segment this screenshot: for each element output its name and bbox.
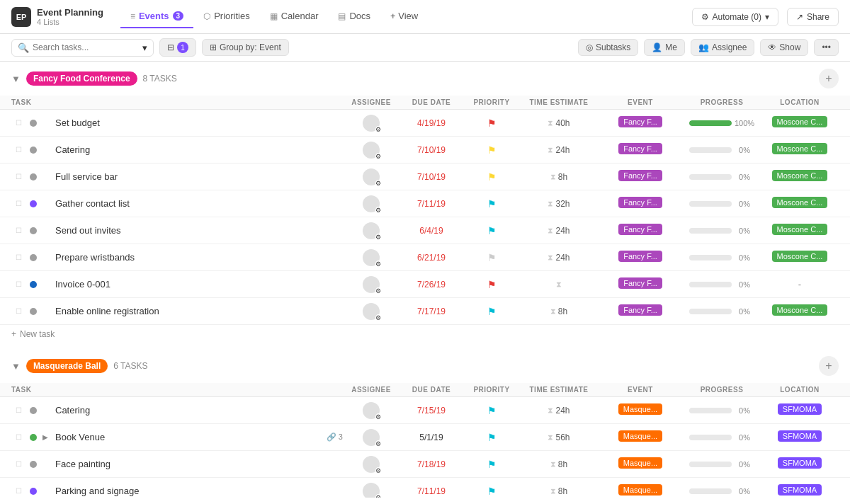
task-checkbox[interactable]: ☐	[11, 227, 26, 234]
location-badge[interactable]: SFMOMA	[778, 457, 822, 469]
task-duedate[interactable]: 6/21/19	[400, 252, 463, 263]
location-badge[interactable]: Moscone C...	[772, 224, 828, 235]
event-badge[interactable]: Masque...	[618, 430, 662, 442]
task-timeest[interactable]: ⧗24h	[520, 145, 598, 155]
location-badge[interactable]: Moscone C...	[772, 304, 828, 316]
task-duedate[interactable]: 7/26/19	[400, 279, 463, 290]
task-priority[interactable]: ⚑	[463, 306, 520, 317]
add-group-button[interactable]: +	[819, 356, 839, 376]
task-timeest[interactable]: ⧗	[520, 280, 598, 289]
task-duedate[interactable]: 7/10/19	[400, 171, 463, 182]
task-duedate[interactable]: 7/18/19	[400, 459, 463, 469]
location-badge[interactable]: SFMOMA	[778, 403, 822, 415]
task-timeest[interactable]: ⧗40h	[520, 118, 598, 128]
task-event[interactable]: Masque...	[598, 484, 683, 498]
task-duedate[interactable]: 7/15/19	[400, 405, 463, 416]
location-badge[interactable]: Moscone C...	[772, 143, 828, 154]
task-timeest[interactable]: ⧗32h	[520, 199, 598, 209]
avatar[interactable]	[363, 115, 380, 132]
task-priority[interactable]: ⚑	[463, 198, 520, 210]
task-event[interactable]: Fancy F...	[598, 197, 683, 210]
task-timeest[interactable]: ⧗24h	[520, 253, 598, 263]
avatar[interactable]	[363, 456, 380, 473]
location-badge[interactable]: Moscone C...	[772, 197, 828, 208]
due-date[interactable]: 7/10/19	[417, 172, 446, 182]
event-badge[interactable]: Fancy F...	[618, 143, 662, 154]
task-timeest[interactable]: ⧗8h	[520, 459, 598, 469]
location-badge[interactable]: Moscone C...	[772, 251, 828, 262]
task-name[interactable]: Catering	[55, 144, 343, 155]
task-timeest[interactable]: ⧗8h	[520, 172, 598, 182]
task-event[interactable]: Masque...	[598, 457, 683, 471]
task-checkbox[interactable]: ☐	[11, 406, 26, 414]
task-checkbox[interactable]: ☐	[11, 253, 26, 261]
task-event[interactable]: Masque...	[598, 403, 683, 417]
due-date[interactable]: 6/4/19	[419, 226, 443, 236]
task-priority[interactable]: ⚑	[463, 486, 520, 497]
task-priority[interactable]: ⚑	[463, 144, 520, 156]
event-badge[interactable]: Masque...	[618, 403, 662, 415]
event-badge[interactable]: Fancy F...	[618, 251, 662, 262]
assignee-button[interactable]: 👥 Assignee	[691, 39, 754, 56]
task-location[interactable]: Moscone C...	[761, 143, 839, 156]
event-badge[interactable]: Fancy F...	[618, 170, 662, 181]
task-duedate[interactable]: 7/11/19	[400, 198, 463, 209]
avatar[interactable]	[363, 303, 380, 320]
task-location[interactable]: Moscone C...	[761, 170, 839, 183]
task-priority[interactable]: ⚑	[463, 459, 520, 470]
avatar[interactable]	[363, 483, 380, 498]
avatar[interactable]	[363, 402, 380, 419]
task-name[interactable]: Prepare wristbands	[55, 252, 343, 263]
due-date[interactable]: 7/15/19	[417, 406, 446, 416]
avatar[interactable]	[363, 249, 380, 266]
task-checkbox[interactable]: ☐	[11, 146, 26, 154]
event-badge[interactable]: Masque...	[618, 457, 662, 469]
task-checkbox[interactable]: ☐	[11, 487, 26, 495]
task-checkbox[interactable]: ☐	[11, 433, 26, 441]
tab-calendar[interactable]: ▦ Calendar	[260, 5, 329, 28]
event-badge[interactable]: Fancy F...	[618, 277, 662, 289]
task-priority[interactable]: ⚑	[463, 279, 520, 290]
event-badge[interactable]: Fancy F...	[618, 116, 662, 127]
event-badge[interactable]: Masque...	[618, 484, 662, 496]
task-duedate[interactable]: 4/19/19	[400, 118, 463, 128]
avatar[interactable]	[363, 142, 380, 159]
task-checkbox[interactable]: ☐	[11, 280, 26, 288]
task-event[interactable]: Fancy F...	[598, 277, 683, 291]
due-date[interactable]: 4/19/19	[417, 118, 446, 128]
task-priority[interactable]: ⚑	[463, 171, 520, 183]
task-priority[interactable]: ⚑	[463, 252, 520, 263]
avatar[interactable]	[363, 195, 380, 212]
task-priority[interactable]: ⚑	[463, 118, 520, 129]
task-checkbox[interactable]: ☐	[11, 460, 26, 468]
group-toggle[interactable]: ▼	[11, 74, 21, 84]
avatar[interactable]	[363, 222, 380, 239]
more-button[interactable]: •••	[814, 39, 839, 56]
task-location[interactable]: -	[761, 279, 839, 290]
task-priority[interactable]: ⚑	[463, 432, 520, 443]
event-badge[interactable]: Fancy F...	[618, 224, 662, 235]
task-name[interactable]: Send out invites	[55, 225, 343, 236]
task-event[interactable]: Masque...	[598, 430, 683, 444]
search-input[interactable]	[33, 42, 139, 52]
me-button[interactable]: 👤 Me	[644, 39, 685, 56]
new-task-button[interactable]: +New task	[0, 325, 850, 343]
task-location[interactable]: Moscone C...	[761, 224, 839, 237]
task-location[interactable]: Moscone C...	[761, 251, 839, 264]
filter-button[interactable]: ⊟ 1	[159, 38, 196, 57]
location-badge[interactable]: Moscone C...	[772, 170, 828, 181]
due-date[interactable]: 7/11/19	[417, 199, 446, 209]
due-date[interactable]: 7/26/19	[417, 280, 446, 290]
task-name[interactable]: Enable online registration	[55, 306, 343, 316]
task-timeest[interactable]: ⧗8h	[520, 486, 598, 496]
task-name[interactable]: Face painting	[55, 459, 343, 469]
location-badge[interactable]: Moscone C...	[772, 116, 828, 127]
task-checkbox[interactable]: ☐	[11, 200, 26, 207]
avatar[interactable]	[363, 429, 380, 446]
task-name[interactable]: Catering	[55, 405, 343, 416]
task-location[interactable]: Moscone C...	[761, 197, 839, 210]
due-date[interactable]: 5/1/19	[419, 433, 443, 442]
task-event[interactable]: Fancy F...	[598, 251, 683, 264]
group-toggle[interactable]: ▼	[11, 361, 21, 372]
show-button[interactable]: 👁 Show	[760, 39, 808, 56]
